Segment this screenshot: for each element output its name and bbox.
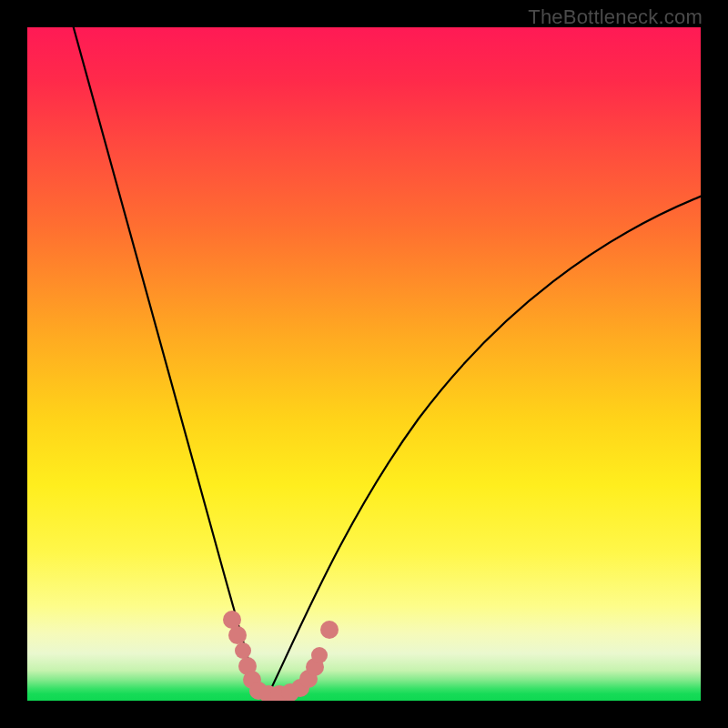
plot-area: [27, 27, 701, 701]
svg-point-13: [320, 621, 339, 639]
svg-point-2: [235, 642, 251, 659]
curve-left-branch: [71, 27, 259, 696]
svg-point-0: [223, 611, 241, 629]
svg-point-1: [228, 626, 247, 644]
curve-right-branch: [268, 196, 701, 696]
chart-svg: [27, 27, 701, 701]
marker-cluster: [223, 611, 339, 701]
svg-point-12: [311, 647, 328, 663]
watermark-text: TheBottleneck.com: [528, 5, 703, 29]
